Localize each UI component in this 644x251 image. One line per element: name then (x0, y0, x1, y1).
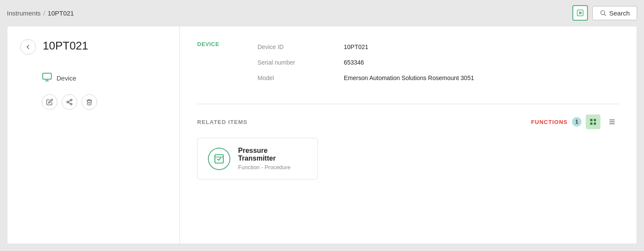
play-icon (576, 9, 584, 17)
right-panel: DEVICE Device ID 10PT021 Serial number 6… (180, 26, 637, 244)
item-card-type: Function - Procedure (238, 164, 307, 170)
svg-line-11 (69, 100, 71, 102)
field-label-serial: Serial number (258, 59, 318, 66)
back-icon (24, 43, 32, 51)
breadcrumb-current: 10PT021 (48, 9, 74, 17)
device-icon-row: Device (42, 72, 166, 84)
svg-rect-12 (590, 119, 592, 121)
play-button[interactable] (572, 5, 588, 21)
edit-button[interactable] (42, 94, 57, 110)
functions-group: FUNCTIONS 1 (531, 115, 619, 129)
svg-line-3 (604, 14, 606, 16)
svg-rect-14 (590, 123, 592, 125)
related-header: RELATED ITEMS FUNCTIONS 1 (197, 115, 619, 129)
svg-point-7 (70, 99, 72, 101)
field-label-model: Model (258, 74, 318, 81)
svg-rect-13 (594, 119, 596, 121)
list-view-button[interactable] (605, 115, 619, 129)
field-row-serial: Serial number 653346 (258, 55, 619, 70)
share-icon (66, 99, 73, 105)
monitor-icon (42, 72, 52, 84)
device-section-label: DEVICE (197, 39, 240, 86)
functions-count: 1 (572, 117, 581, 127)
delete-button[interactable] (82, 94, 97, 110)
item-card[interactable]: Pressure Transmitter Function - Procedur… (197, 138, 318, 180)
related-section: RELATED ITEMS FUNCTIONS 1 (197, 115, 619, 180)
top-bar: Instruments / 10PT021 Search (0, 0, 644, 26)
search-button[interactable]: Search (592, 6, 637, 20)
breadcrumb: Instruments / 10PT021 (7, 9, 74, 17)
list-icon (608, 118, 616, 126)
svg-rect-15 (594, 123, 596, 125)
svg-point-8 (67, 101, 69, 103)
svg-point-2 (601, 11, 605, 15)
edit-icon (46, 99, 53, 105)
share-button[interactable] (62, 94, 77, 110)
breadcrumb-separator: / (43, 9, 45, 17)
main-content: 10PT021 Device (7, 26, 637, 244)
svg-rect-4 (43, 73, 51, 79)
left-header: 10PT021 (20, 39, 166, 63)
svg-line-10 (69, 102, 71, 104)
field-label-device-id: Device ID (258, 43, 318, 50)
breadcrumb-parent[interactable]: Instruments (7, 9, 41, 17)
fields-table: Device ID 10PT021 Serial number 653346 M… (258, 39, 619, 86)
procedure-icon (214, 153, 225, 164)
delete-icon (86, 99, 93, 105)
svg-marker-1 (579, 11, 583, 15)
related-items-label: RELATED ITEMS (197, 119, 248, 125)
grid-view-button[interactable] (586, 115, 600, 129)
field-row-device-id: Device ID 10PT021 (258, 39, 619, 55)
field-row-model: Model Emerson Automation Solutions Rosem… (258, 70, 619, 86)
search-label: Search (609, 9, 630, 17)
left-panel: 10PT021 Device (7, 26, 180, 244)
field-value-model: Emerson Automation Solutions Rosemount 3… (344, 74, 474, 81)
device-label: Device (57, 74, 76, 82)
device-section: DEVICE Device ID 10PT021 Serial number 6… (197, 39, 619, 86)
item-card-icon (208, 148, 230, 170)
field-value-device-id: 10PT021 (344, 43, 368, 50)
svg-point-9 (70, 103, 72, 105)
top-bar-right: Search (572, 5, 637, 21)
device-title: 10PT021 (43, 39, 88, 53)
action-buttons (42, 94, 166, 110)
field-value-serial: 653346 (344, 59, 364, 66)
functions-label: FUNCTIONS (531, 119, 568, 125)
section-divider (197, 104, 619, 104)
back-button[interactable] (20, 39, 36, 55)
grid-icon (589, 118, 597, 126)
search-icon (600, 9, 606, 16)
svg-rect-19 (215, 155, 223, 163)
item-card-info: Pressure Transmitter Function - Procedur… (238, 147, 307, 170)
item-card-name: Pressure Transmitter (238, 147, 307, 162)
